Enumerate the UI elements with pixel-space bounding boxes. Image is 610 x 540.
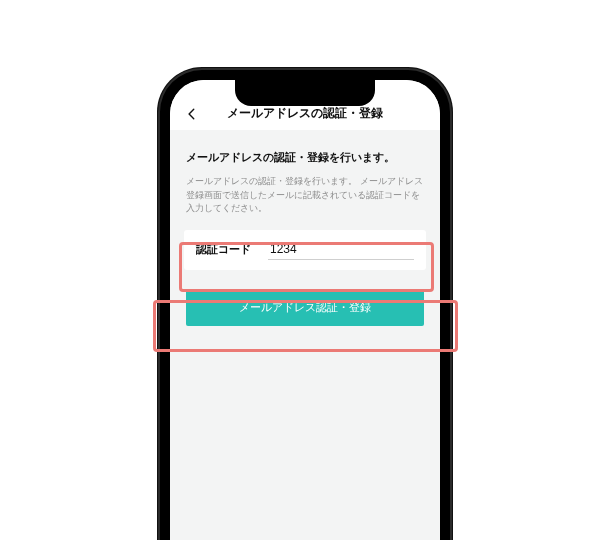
submit-wrap: メールアドレス認証・登録: [184, 290, 426, 326]
back-button[interactable]: [182, 104, 202, 124]
submit-button[interactable]: メールアドレス認証・登録: [186, 290, 424, 326]
phone-notch: [235, 80, 375, 106]
chevron-left-icon: [185, 107, 199, 121]
page-subheading: メールアドレスの認証・登録を行います。: [186, 150, 424, 165]
submit-button-label: メールアドレス認証・登録: [239, 300, 371, 315]
verification-code-label: 認証コード: [196, 242, 268, 257]
content-area: メールアドレスの認証・登録を行います。 メールアドレスの認証・登録を行います。 …: [170, 130, 440, 326]
header-title: メールアドレスの認証・登録: [227, 105, 383, 122]
phone-screen: メールアドレスの認証・登録 メールアドレスの認証・登録を行います。 メールアドレ…: [170, 80, 440, 540]
phone-frame: メールアドレスの認証・登録 メールアドレスの認証・登録を行います。 メールアドレ…: [158, 68, 452, 540]
page-description: メールアドレスの認証・登録を行います。 メールアドレス登録画面で送信したメールに…: [186, 175, 424, 216]
verification-code-input[interactable]: [268, 239, 414, 260]
verification-code-row: 認証コード: [184, 230, 426, 270]
